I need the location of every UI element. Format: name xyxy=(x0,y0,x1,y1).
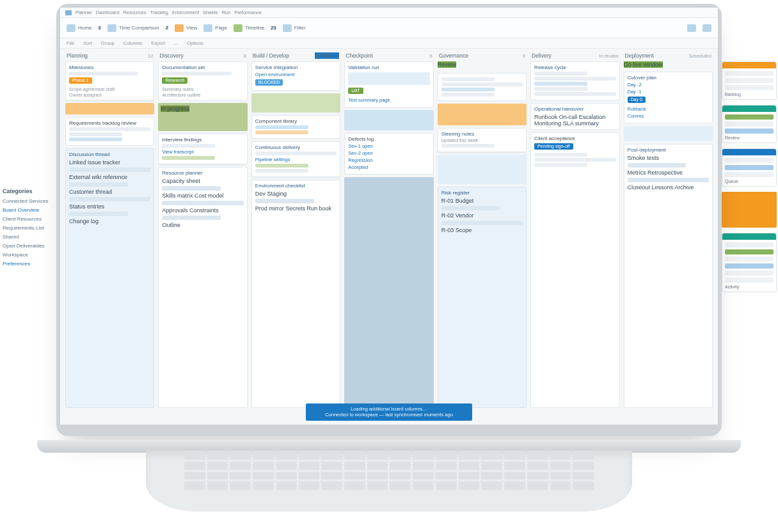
card-link[interactable]: Pipeline settings xyxy=(255,157,337,162)
list-block[interactable]: Discussion thread Linked issue tracker E… xyxy=(65,148,154,408)
ribbon-group-user[interactable] xyxy=(703,24,711,32)
card[interactable]: Steering notes Updated this week xyxy=(438,128,527,152)
ribbon-group-view[interactable]: View xyxy=(175,24,197,32)
ext-nav-item[interactable]: Workspace xyxy=(3,252,52,258)
ext-nav-item[interactable]: Open Deliverables xyxy=(3,243,52,249)
card-link[interactable]: Day -1 xyxy=(628,89,709,95)
list-block[interactable]: Operational handover Runbook On-call Esc… xyxy=(530,103,619,130)
block-link[interactable]: R-01 Budget xyxy=(441,198,474,204)
ribbon-group-compare[interactable]: Time Comparison xyxy=(107,24,159,32)
ribbon-group-page[interactable]: Page xyxy=(203,24,227,32)
block-link[interactable]: Smoke tests xyxy=(628,155,660,161)
ext-nav-item[interactable]: Connected Services xyxy=(3,198,52,204)
card[interactable]: Service integration Open environment BLO… xyxy=(251,61,340,91)
mini-card[interactable]: Review xyxy=(722,105,777,143)
card[interactable]: Client acceptance Pending sign-off xyxy=(530,132,619,408)
ext-nav-item[interactable]: Shared xyxy=(3,234,52,240)
block-link[interactable]: Cost model xyxy=(194,192,224,199)
block-link[interactable]: Retrospective xyxy=(647,169,683,176)
mini-card[interactable]: Queue xyxy=(722,148,777,187)
subbar-item[interactable]: Export xyxy=(151,40,165,46)
card[interactable]: Validation run UAT Test summary page xyxy=(344,61,433,107)
subbar-item[interactable]: File xyxy=(67,40,74,46)
titlebar-tab[interactable]: Environment xyxy=(172,10,199,15)
card[interactable] xyxy=(438,73,527,101)
block-link[interactable]: External wiki reference xyxy=(69,174,127,180)
column-header[interactable]: Discovery 8 xyxy=(158,52,247,59)
block-link[interactable]: Outline xyxy=(162,222,180,228)
subbar-item[interactable]: Columns xyxy=(123,40,143,46)
card-link[interactable]: Comms xyxy=(628,113,709,119)
card-link[interactable]: Accepted xyxy=(348,164,429,170)
block-link[interactable]: Dev xyxy=(255,191,266,197)
block-link[interactable]: Change log xyxy=(69,218,99,224)
block-link[interactable]: Metrics xyxy=(628,169,646,176)
block-link[interactable]: Status entries xyxy=(69,203,104,210)
column-header[interactable]: Planning 12 xyxy=(65,52,154,59)
subbar-item[interactable]: Sort xyxy=(83,40,92,46)
card[interactable]: Release cycle xyxy=(530,61,619,100)
column-header[interactable]: Governance 9 xyxy=(438,52,527,59)
block-link[interactable]: Linked issue tracker xyxy=(69,159,120,166)
ext-nav-item[interactable]: Client Resources xyxy=(3,216,52,222)
card-link[interactable]: Sev-2 open xyxy=(348,150,429,156)
block-link[interactable]: Prod mirror xyxy=(255,205,284,212)
card[interactable]: Cutover plan Day -2 Day -1 Day 0 Rollbac… xyxy=(624,72,713,123)
ribbon-group-settings[interactable] xyxy=(687,24,696,32)
block-link[interactable]: Capacity sheet xyxy=(162,178,200,184)
card-link[interactable]: Open environment xyxy=(255,72,337,77)
list-block[interactable]: Resource planner Capacity sheet Skills m… xyxy=(158,167,247,408)
block-link[interactable]: Monitoring xyxy=(534,120,561,127)
mini-card[interactable]: Activity xyxy=(722,233,777,292)
list-block[interactable]: Post-deployment Smoke tests Metrics Retr… xyxy=(624,144,713,408)
ext-nav-item[interactable]: Preferences xyxy=(3,261,52,267)
block-link[interactable]: Archive xyxy=(674,184,694,191)
column-header[interactable]: Deployment Scheduled xyxy=(624,52,713,59)
block-link[interactable]: Run book xyxy=(306,205,331,212)
block-link[interactable]: Secrets xyxy=(285,205,305,212)
card-link[interactable]: View transcript xyxy=(162,149,243,155)
block-link[interactable]: Closeout xyxy=(628,184,651,191)
list-block[interactable]: Environment checklist Dev Staging Prod m… xyxy=(251,180,340,408)
block-link[interactable]: Customer thread xyxy=(69,189,112,195)
card[interactable]: Defects log Sev-1 open Sev-2 open Regres… xyxy=(344,133,433,175)
block-link[interactable]: Constraints xyxy=(189,207,219,214)
titlebar-tab[interactable]: Resources xyxy=(123,10,147,15)
column-header[interactable]: Build / Develop SPRINT 3 xyxy=(251,52,340,59)
block-link[interactable]: Staging xyxy=(267,191,287,197)
subbar-item[interactable]: ... xyxy=(174,40,178,46)
subbar-item[interactable]: Options xyxy=(187,40,203,46)
card[interactable]: Continuous delivery Pipeline settings xyxy=(251,141,340,177)
block-link[interactable]: R-03 Scope xyxy=(441,227,472,233)
ribbon-group-filter[interactable]: Filter xyxy=(283,24,306,32)
card-link[interactable]: Day -2 xyxy=(628,82,709,88)
card-link[interactable]: Test summary page xyxy=(348,97,429,103)
titlebar-tab[interactable]: Run xyxy=(221,10,230,15)
block-link[interactable]: Runbook xyxy=(534,114,557,120)
ext-nav-item[interactable]: Board Overview xyxy=(3,207,52,213)
titlebar-tab[interactable]: Tracking xyxy=(150,10,168,15)
card[interactable]: Documentation set Research Summary notes… xyxy=(158,61,247,100)
column-header[interactable]: Checkpoint 6 xyxy=(344,52,433,59)
block-link[interactable]: On-call xyxy=(559,114,578,120)
mini-card[interactable]: Backlog xyxy=(722,61,777,100)
block-link[interactable]: Lessons xyxy=(652,184,674,191)
block-link[interactable]: Approvals xyxy=(162,207,187,214)
ribbon-group-timeline[interactable]: Timeline xyxy=(234,24,264,32)
card-link[interactable]: Regression xyxy=(348,157,429,163)
card[interactable]: Component library xyxy=(251,115,340,139)
titlebar-tab[interactable]: Dashboard xyxy=(96,10,120,15)
block-link[interactable]: Escalation xyxy=(579,114,606,120)
ribbon-group-home[interactable]: Home xyxy=(67,24,91,32)
list-block[interactable]: Risk register R-01 Budget R-02 Vendor R-… xyxy=(438,187,527,408)
ext-nav-item[interactable]: Requirements List xyxy=(3,225,52,231)
titlebar-tab[interactable]: Performance xyxy=(234,10,262,15)
block-link[interactable]: SLA summary xyxy=(563,120,599,127)
block-link[interactable]: Skills matrix xyxy=(162,192,193,199)
card[interactable]: Requirements backlog review xyxy=(65,117,154,146)
card-link[interactable]: Sev-1 open xyxy=(348,143,429,149)
column-header[interactable]: Delivery In review xyxy=(530,52,619,59)
block-link[interactable]: R-02 Vendor xyxy=(441,212,474,219)
titlebar-tab[interactable]: Sheets xyxy=(203,10,218,15)
card[interactable]: Milestones Phase 1 Scope agreement draft… xyxy=(65,61,154,100)
